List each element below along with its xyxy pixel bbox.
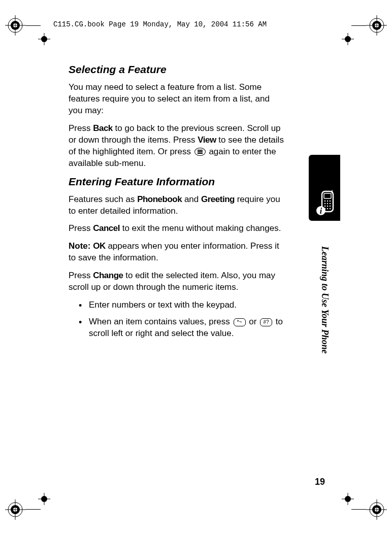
bullet-list: Enter numbers or text with the keypad. W… (69, 299, 284, 340)
phone-info-icon: i (313, 190, 336, 218)
svg-point-41 (324, 206, 325, 207)
svg-text:i: i (320, 207, 322, 215)
star-key-icon: *~ (234, 318, 246, 326)
crop-mark-tl (5, 15, 25, 36)
list-item: Enter numbers or text with the keypad. (79, 299, 284, 311)
side-section-label: Learning to Use Your Phone (319, 246, 330, 354)
crop-line (351, 25, 367, 26)
crop-line (25, 25, 41, 26)
crop-mark-br (367, 499, 387, 520)
softkey-cancel: Cancel (93, 223, 120, 233)
hash-key-icon: #? (260, 318, 272, 326)
label-phonebook: Phonebook (137, 194, 182, 204)
svg-point-40 (330, 203, 331, 204)
svg-point-35 (324, 200, 325, 202)
svg-point-39 (327, 203, 328, 204)
header-filename: C115.CG.book Page 19 Monday, May 10, 200… (53, 20, 267, 28)
paragraph-back-view: Press Back to go back to the previous sc… (69, 123, 284, 170)
crop-mark-bl (5, 499, 25, 520)
list-item: When an item contains values, press *~ o… (79, 316, 284, 340)
svg-rect-33 (324, 193, 331, 198)
corner-cross (342, 493, 354, 507)
note-label: Note: (69, 241, 93, 251)
softkey-view: View (198, 135, 216, 145)
heading-entering-info: Entering Feature Information (69, 176, 284, 188)
softkey-change: Change (93, 271, 123, 280)
softkey-back: Back (93, 123, 113, 133)
svg-point-37 (330, 200, 331, 202)
thumb-tab: i (309, 155, 340, 221)
softkey-ok: OK (93, 241, 106, 251)
svg-point-43 (330, 206, 331, 207)
corner-cross (38, 493, 50, 507)
heading-selecting-feature: Selecting a Feature (69, 63, 284, 76)
svg-point-36 (327, 200, 328, 202)
page-frame: Selecting a Feature You may need to sele… (48, 43, 340, 495)
menu-key-icon (194, 148, 206, 156)
svg-point-45 (327, 208, 328, 209)
crop-mark-tr (367, 15, 387, 36)
svg-point-46 (330, 208, 331, 209)
paragraph-features: Features such as Phonebook and Greeting … (69, 194, 284, 217)
crop-line (351, 509, 367, 510)
paragraph-change: Press Change to edit the selected item. … (69, 270, 284, 293)
svg-point-42 (327, 206, 328, 207)
corner-cross (342, 33, 354, 47)
label-greeting: Greeting (201, 194, 235, 204)
svg-point-38 (324, 203, 325, 204)
crop-line (25, 509, 41, 510)
page-number: 19 (315, 477, 325, 487)
paragraph-cancel: Press Cancel to exit the menu without ma… (69, 223, 284, 235)
content-area: Selecting a Feature You may need to sele… (48, 43, 312, 340)
paragraph-intro: You may need to select a feature from a … (69, 82, 284, 117)
paragraph-note-ok: Note: OK appears when you enter informat… (69, 241, 284, 264)
